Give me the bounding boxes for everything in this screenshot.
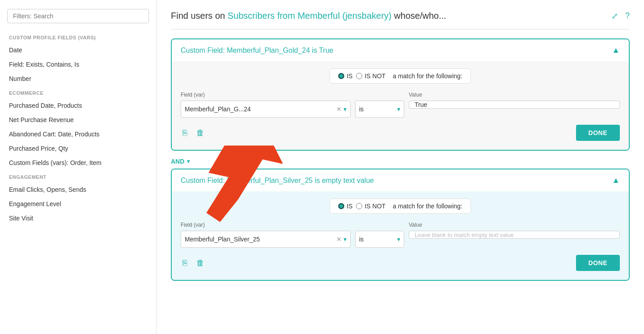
sidebar-item-email-clicks[interactable]: Email Clicks, Opens, Sends bbox=[0, 182, 156, 197]
field-group-value-1: Value bbox=[409, 92, 620, 109]
filter-card-1-title: Custom Field: Memberful_Plan_Gold_24 is … bbox=[181, 47, 334, 55]
value-input-1[interactable] bbox=[415, 101, 614, 108]
field-group-operator-2: is ▾ bbox=[355, 222, 404, 248]
is-radio-2[interactable] bbox=[338, 203, 344, 209]
header-divider bbox=[171, 29, 630, 30]
sidebar-item-field-exists[interactable]: Field: Exists, Contains, Is bbox=[0, 57, 156, 72]
operator-value-2: is bbox=[359, 236, 395, 243]
filter-card-1-header: Custom Field: Memberful_Plan_Gold_24 is … bbox=[172, 39, 629, 61]
filter-card-1: Custom Field: Memberful_Plan_Gold_24 is … bbox=[171, 38, 630, 151]
header-row: Find users on Subscribers from Memberful… bbox=[171, 11, 630, 21]
delete-btn-2[interactable]: 🗑 bbox=[195, 257, 206, 270]
sidebar-section-title-engagement: ENGAGEMENT bbox=[0, 170, 156, 182]
field-group-value-2: Value bbox=[409, 222, 620, 239]
field-var-value-2: Memberful_Plan_Silver_25 bbox=[185, 236, 336, 243]
done-button-2[interactable]: DONE bbox=[576, 255, 620, 271]
field-group-var-1: Field (var) Memberful_Plan_G...24 ✕ ▾ bbox=[181, 92, 351, 118]
value-label-2: Value bbox=[409, 222, 620, 228]
is-label-2: IS bbox=[347, 203, 352, 210]
operator-label-spacer-1 bbox=[355, 92, 404, 98]
is-option-2[interactable]: IS bbox=[338, 203, 352, 210]
field-var-value-1: Memberful_Plan_G...24 bbox=[185, 106, 336, 113]
value-input-wrapper-1 bbox=[409, 101, 620, 109]
title-link[interactable]: Subscribers from Memberful (jensbakery) bbox=[228, 11, 392, 21]
match-options-1: IS IS NOT a match for the following: bbox=[330, 68, 471, 84]
fields-row-2: Field (var) Memberful_Plan_Silver_25 ✕ ▾… bbox=[181, 222, 620, 248]
is-not-label-1: IS NOT bbox=[364, 72, 386, 80]
search-input[interactable] bbox=[7, 9, 149, 23]
sidebar: CUSTOM PROFILE FIELDS (VARS) Date Field:… bbox=[0, 0, 157, 334]
sidebar-item-purchased-date[interactable]: Purchased Date, Products bbox=[0, 98, 156, 113]
operator-select-1[interactable]: is ▾ bbox=[355, 101, 404, 118]
filter-card-1-collapse[interactable]: ▲ bbox=[612, 46, 620, 55]
sidebar-search-wrapper bbox=[7, 9, 149, 23]
and-label: AND bbox=[171, 158, 184, 165]
value-label-1: Value bbox=[409, 92, 620, 98]
title-suffix: whose/who... bbox=[392, 11, 446, 21]
field-group-var-2: Field (var) Memberful_Plan_Silver_25 ✕ ▾ bbox=[181, 222, 351, 248]
filter-card-2-body: IS IS NOT a match for the following: Fie… bbox=[172, 191, 629, 280]
sidebar-item-custom-fields-vars[interactable]: Custom Fields (vars): Order, Item bbox=[0, 156, 156, 170]
fields-row-1: Field (var) Memberful_Plan_G...24 ✕ ▾ is… bbox=[181, 92, 620, 118]
is-not-radio-2[interactable] bbox=[356, 203, 362, 209]
sidebar-item-engagement-level[interactable]: Engagement Level bbox=[0, 197, 156, 211]
field-clear-btn-2[interactable]: ✕ bbox=[336, 236, 342, 243]
operator-chevron-2[interactable]: ▾ bbox=[397, 236, 400, 243]
is-not-label-2: IS NOT bbox=[364, 203, 386, 210]
duplicate-btn-2[interactable]: ⎘ bbox=[181, 257, 189, 270]
actions-row-1: ⎘ 🗑 DONE bbox=[181, 125, 620, 141]
match-row-1: IS IS NOT a match for the following: bbox=[181, 68, 620, 84]
sidebar-item-abandoned-cart[interactable]: Abandoned Cart: Date, Products bbox=[0, 127, 156, 141]
and-connector[interactable]: AND ▾ bbox=[171, 158, 630, 165]
is-radio-1[interactable] bbox=[338, 73, 344, 79]
page-title: Find users on Subscribers from Memberful… bbox=[171, 11, 446, 21]
action-icons-1: ⎘ 🗑 bbox=[181, 127, 206, 140]
operator-label-spacer-2 bbox=[355, 222, 404, 228]
is-option-1[interactable]: IS bbox=[338, 72, 352, 80]
is-not-radio-1[interactable] bbox=[356, 73, 362, 79]
actions-row-2: ⎘ 🗑 DONE bbox=[181, 255, 620, 271]
sidebar-item-number[interactable]: Number bbox=[0, 72, 156, 86]
done-button-1[interactable]: DONE bbox=[576, 125, 620, 141]
match-suffix-1: a match for the following: bbox=[393, 72, 462, 80]
action-icons-2: ⎘ 🗑 bbox=[181, 257, 206, 270]
sidebar-section-title-ecommerce: ECOMMERCE bbox=[0, 86, 156, 98]
value-input-wrapper-2 bbox=[409, 231, 620, 239]
header-icons: ⤢ ? bbox=[611, 11, 630, 21]
sidebar-section-title-custom: CUSTOM PROFILE FIELDS (VARS) bbox=[0, 30, 156, 43]
match-row-2: IS IS NOT a match for the following: bbox=[181, 199, 620, 214]
sidebar-item-purchased-price[interactable]: Purchased Price, Qty bbox=[0, 141, 156, 156]
value-input-2[interactable] bbox=[415, 231, 614, 238]
filter-card-2-collapse[interactable]: ▲ bbox=[612, 176, 620, 185]
match-suffix-2: a match for the following: bbox=[393, 203, 462, 210]
match-options-2: IS IS NOT a match for the following: bbox=[330, 199, 471, 214]
filter-card-2-header: Custom Field: Memberful_Plan_Silver_25 i… bbox=[172, 169, 629, 191]
field-var-label-2: Field (var) bbox=[181, 222, 351, 228]
help-icon[interactable]: ? bbox=[625, 11, 630, 21]
is-not-option-2[interactable]: IS NOT bbox=[356, 203, 386, 210]
title-prefix: Find users on bbox=[171, 11, 228, 21]
field-group-operator-1: is ▾ bbox=[355, 92, 404, 118]
delete-btn-1[interactable]: 🗑 bbox=[195, 127, 206, 140]
filter-card-1-body: IS IS NOT a match for the following: Fie… bbox=[172, 61, 629, 150]
operator-chevron-1[interactable]: ▾ bbox=[397, 106, 400, 113]
is-label-1: IS bbox=[347, 72, 352, 80]
field-var-label-1: Field (var) bbox=[181, 92, 351, 98]
operator-select-2[interactable]: is ▾ bbox=[355, 231, 404, 248]
filter-card-2: Custom Field: Memberful_Plan_Silver_25 i… bbox=[171, 169, 630, 281]
is-not-option-1[interactable]: IS NOT bbox=[356, 72, 386, 80]
cards-area: Custom Field: Memberful_Plan_Gold_24 is … bbox=[171, 38, 630, 281]
field-clear-btn-1[interactable]: ✕ bbox=[336, 106, 342, 113]
field-dropdown-chevron-2[interactable]: ▾ bbox=[343, 236, 347, 243]
sidebar-item-date[interactable]: Date bbox=[0, 43, 156, 57]
field-var-select-2[interactable]: Memberful_Plan_Silver_25 ✕ ▾ bbox=[181, 231, 351, 248]
field-var-select-1[interactable]: Memberful_Plan_G...24 ✕ ▾ bbox=[181, 101, 351, 118]
and-chevron-down: ▾ bbox=[187, 158, 190, 165]
sidebar-item-site-visit[interactable]: Site Visit bbox=[0, 211, 156, 225]
duplicate-btn-1[interactable]: ⎘ bbox=[181, 127, 189, 140]
sidebar-item-net-purchase[interactable]: Net Purchase Revenue bbox=[0, 113, 156, 127]
expand-icon[interactable]: ⤢ bbox=[611, 11, 618, 21]
main-content: Find users on Subscribers from Memberful… bbox=[157, 0, 644, 334]
filter-card-2-title: Custom Field: Memberful_Plan_Silver_25 i… bbox=[181, 177, 374, 185]
field-dropdown-chevron-1[interactable]: ▾ bbox=[343, 106, 347, 113]
